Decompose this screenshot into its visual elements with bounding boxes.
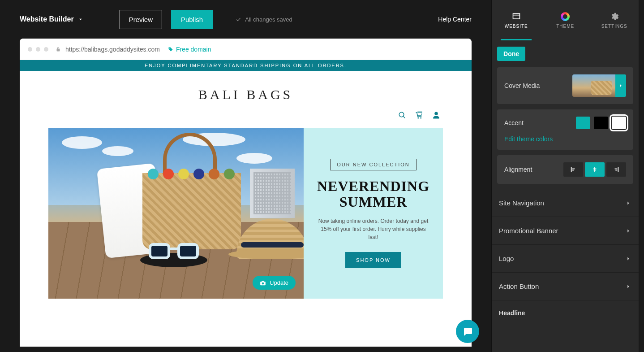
panel-tabs: WEBSITE THEME SETTINGS	[492, 0, 639, 40]
chevron-right-icon	[625, 256, 631, 262]
camera-icon	[260, 280, 266, 286]
chevron-right-icon	[625, 228, 631, 234]
tab-settings[interactable]: SETTINGS	[590, 0, 639, 40]
section-headline[interactable]: Headline	[492, 300, 639, 320]
chevron-right-icon	[625, 200, 631, 206]
chevron-right-icon	[625, 283, 631, 290]
edit-theme-colors-link[interactable]: Edit theme colors	[504, 135, 626, 143]
site-preview-canvas: https://balibags.godaddysites.com Free d…	[20, 39, 472, 347]
section-label: Site Navigation	[499, 199, 544, 207]
cover-media-card[interactable]: Cover Media	[497, 67, 633, 104]
preview-button[interactable]: Preview	[120, 10, 162, 29]
align-right-icon	[612, 166, 620, 173]
save-status-text: All changes saved	[245, 16, 292, 23]
svg-rect-12	[616, 170, 618, 171]
tab-website-label: WEBSITE	[505, 24, 528, 29]
align-right-button[interactable]	[606, 162, 626, 177]
accent-label: Accent	[504, 119, 524, 126]
tab-website[interactable]: WEBSITE	[492, 0, 541, 40]
accent-swatches	[576, 117, 626, 129]
alignment-buttons	[563, 162, 626, 177]
swatch-white[interactable]	[612, 117, 626, 129]
url-bar[interactable]: https://balibags.godaddysites.com Free d…	[56, 46, 464, 53]
chat-icon	[462, 326, 473, 337]
svg-rect-4	[571, 167, 572, 172]
publish-button[interactable]: Publish	[171, 10, 213, 29]
traffic-lights	[28, 47, 48, 52]
promo-banner[interactable]: ENJOY COMPLIMENTARY STANDARD SHIPPING ON…	[20, 60, 472, 71]
site-title[interactable]: BALI BAGS	[20, 87, 472, 102]
section-logo[interactable]: Logo	[492, 245, 639, 273]
svg-rect-7	[595, 167, 596, 172]
section-label: Action Button	[499, 282, 539, 290]
site-header: BALI BAGS	[20, 71, 472, 107]
check-icon	[235, 16, 241, 22]
tab-settings-label: SETTINGS	[601, 24, 627, 29]
align-center-button[interactable]	[585, 162, 605, 177]
section-promotional-banner[interactable]: Promotional Banner	[492, 217, 639, 245]
section-label: Promotional Banner	[499, 227, 558, 235]
svg-rect-5	[572, 169, 575, 169]
done-button[interactable]: Done	[497, 47, 525, 61]
gear-icon	[610, 12, 619, 21]
svg-rect-10	[618, 167, 619, 172]
align-center-icon	[591, 166, 599, 173]
tab-theme[interactable]: THEME	[541, 0, 589, 40]
tag-icon	[168, 47, 173, 52]
update-label: Update	[270, 279, 288, 286]
site-header-icons	[20, 107, 472, 128]
lock-icon	[56, 47, 61, 52]
hero-image[interactable]: Update	[48, 128, 304, 299]
browser-chrome: https://balibags.godaddysites.com Free d…	[20, 39, 472, 60]
save-status: All changes saved	[235, 16, 292, 23]
alignment-card: Alignment	[497, 155, 633, 184]
chevron-right-icon	[618, 83, 624, 89]
svg-rect-6	[572, 170, 574, 171]
chevron-down-icon	[77, 16, 84, 22]
svg-point-0	[417, 117, 419, 119]
tagline[interactable]: OUR NEW COLLECTION	[330, 159, 416, 170]
panel-sections: Site Navigation Promotional Banner Logo …	[492, 189, 639, 320]
alignment-label: Alignment	[504, 166, 532, 173]
free-domain-text: Free domain	[176, 46, 211, 53]
website-icon	[512, 12, 521, 21]
cover-media-arrow[interactable]	[615, 74, 626, 97]
align-left-icon	[569, 166, 577, 173]
chat-fab[interactable]	[456, 320, 479, 343]
headline[interactable]: NEVERENDING SUMMER	[317, 178, 429, 210]
align-left-button[interactable]	[563, 162, 583, 177]
panel-scrollbar[interactable]	[639, 0, 644, 352]
hero-section[interactable]: Update OUR NEW COLLECTION NEVERENDING SU…	[48, 128, 443, 299]
theme-icon	[561, 12, 570, 21]
svg-rect-8	[593, 169, 597, 169]
brand-menu[interactable]: Website Builder	[20, 15, 84, 23]
svg-rect-2	[513, 13, 519, 19]
free-domain-link[interactable]: Free domain	[168, 46, 211, 53]
url-text: https://balibags.godaddysites.com	[65, 46, 160, 53]
section-label: Logo	[499, 255, 514, 262]
section-action-button[interactable]: Action Button	[492, 273, 639, 300]
right-panel: WEBSITE THEME SETTINGS Done Cover Media	[491, 0, 639, 352]
subtext[interactable]: Now taking online orders. Order today an…	[317, 217, 429, 241]
svg-rect-9	[594, 170, 596, 171]
top-bar: Website Builder Preview Publish All chan…	[0, 0, 491, 39]
svg-point-1	[420, 117, 421, 119]
svg-rect-11	[615, 169, 618, 169]
cover-media-thumb[interactable]	[572, 74, 626, 97]
shop-now-button[interactable]: SHOP NOW	[345, 252, 401, 268]
section-site-navigation[interactable]: Site Navigation	[492, 189, 639, 217]
search-icon[interactable]	[398, 111, 406, 119]
tab-theme-label: THEME	[556, 24, 574, 29]
cart-icon[interactable]	[415, 111, 423, 119]
user-icon[interactable]	[432, 111, 440, 119]
update-image-button[interactable]: Update	[253, 276, 296, 290]
help-link[interactable]: Help Center	[438, 16, 472, 23]
swatch-black[interactable]	[594, 117, 608, 129]
brand-label: Website Builder	[20, 15, 74, 23]
hero-content[interactable]: OUR NEW COLLECTION NEVERENDING SUMMER No…	[304, 128, 443, 299]
accent-card: Accent Edit theme colors	[497, 109, 633, 150]
swatch-teal[interactable]	[576, 117, 590, 129]
cover-media-label: Cover Media	[504, 82, 540, 89]
